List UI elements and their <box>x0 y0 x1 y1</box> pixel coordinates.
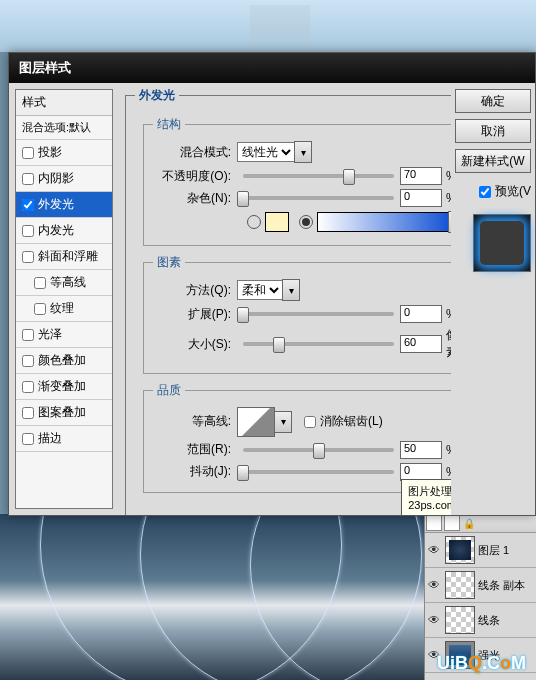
style-checkbox[interactable] <box>22 355 34 367</box>
gradient-swatch[interactable] <box>317 212 449 232</box>
opacity-label: 不透明度(O): <box>159 168 237 185</box>
layer-style-dialog: 图层样式 样式 混合选项:默认 投影内阴影外发光内发光斜面和浮雕等高线纹理光泽颜… <box>8 52 536 516</box>
tooltip: 图片处理 23ps.com 教程网 <box>401 479 451 515</box>
style-item-4[interactable]: 斜面和浮雕 <box>16 244 112 270</box>
style-label: 纹理 <box>50 300 74 317</box>
visibility-icon[interactable]: 👁 <box>426 613 442 627</box>
chevron-down-icon[interactable]: ▾ <box>294 141 312 163</box>
style-item-11[interactable]: 描边 <box>16 426 112 452</box>
style-checkbox[interactable] <box>22 433 34 445</box>
blend-mode-label: 混合模式: <box>159 144 237 161</box>
style-checkbox[interactable] <box>22 225 34 237</box>
visibility-icon[interactable]: 👁 <box>426 543 442 557</box>
style-checkbox[interactable] <box>34 277 46 289</box>
cancel-button[interactable]: 取消 <box>455 119 531 143</box>
size-label: 大小(S): <box>159 336 237 353</box>
antialias-checkbox[interactable] <box>304 416 316 428</box>
quality-legend: 品质 <box>153 382 185 399</box>
style-checkbox[interactable] <box>34 303 46 315</box>
style-label: 等高线 <box>50 274 86 291</box>
panel-title: 外发光 <box>135 87 179 104</box>
layer-row[interactable]: 👁 图层 1 <box>425 533 536 568</box>
style-checkbox[interactable] <box>22 173 34 185</box>
visibility-icon[interactable]: 👁 <box>426 578 442 592</box>
dialog-title: 图层样式 <box>9 53 535 83</box>
style-item-5[interactable]: 等高线 <box>16 270 112 296</box>
spread-value[interactable]: 0 <box>400 305 442 323</box>
range-unit: % <box>446 443 451 457</box>
layer-name: 线条 副本 <box>478 578 525 593</box>
style-label: 外发光 <box>38 196 74 213</box>
size-value[interactable]: 60 <box>400 335 442 353</box>
noise-label: 杂色(N): <box>159 190 237 207</box>
style-checkbox[interactable] <box>22 381 34 393</box>
contour-picker[interactable] <box>237 407 275 437</box>
range-slider[interactable] <box>243 448 394 452</box>
layers-panel-header: 🔒 <box>425 514 536 533</box>
jitter-slider[interactable] <box>243 470 394 474</box>
spread-label: 扩展(P): <box>159 306 237 323</box>
style-label: 内发光 <box>38 222 74 239</box>
noise-slider[interactable] <box>243 196 394 200</box>
spread-unit: % <box>446 307 451 321</box>
style-label: 内阴影 <box>38 170 74 187</box>
chevron-down-icon[interactable]: ▾ <box>282 279 300 301</box>
style-checkbox[interactable] <box>22 407 34 419</box>
style-item-7[interactable]: 光泽 <box>16 322 112 348</box>
blend-mode-select[interactable]: 线性光 <box>237 142 295 162</box>
preview-label: 预览(V <box>495 183 531 200</box>
layer-name: 图层 1 <box>478 543 509 558</box>
style-label: 描边 <box>38 430 62 447</box>
style-checkbox[interactable] <box>22 251 34 263</box>
style-label: 斜面和浮雕 <box>38 248 98 265</box>
opacity-slider[interactable] <box>243 174 394 178</box>
style-checkbox[interactable] <box>22 147 34 159</box>
gradient-radio[interactable] <box>299 215 313 229</box>
color-swatch[interactable] <box>265 212 289 232</box>
chevron-down-icon[interactable]: ▾ <box>448 211 451 233</box>
effect-preview <box>473 214 531 272</box>
jitter-value[interactable]: 0 <box>400 463 442 481</box>
technique-select[interactable]: 柔和 <box>237 280 283 300</box>
style-label: 图案叠加 <box>38 404 86 421</box>
range-value[interactable]: 50 <box>400 441 442 459</box>
styles-header[interactable]: 样式 <box>16 90 112 116</box>
ok-button[interactable]: 确定 <box>455 89 531 113</box>
size-unit: 像素 <box>446 327 451 361</box>
style-item-9[interactable]: 渐变叠加 <box>16 374 112 400</box>
style-item-0[interactable]: 投影 <box>16 140 112 166</box>
opacity-value[interactable]: 70 <box>400 167 442 185</box>
jitter-label: 抖动(J): <box>159 463 237 480</box>
lock-icon: 🔒 <box>463 518 475 529</box>
layer-row[interactable]: 👁 线条 <box>425 603 536 638</box>
opacity-unit: % <box>446 169 451 183</box>
style-item-1[interactable]: 内阴影 <box>16 166 112 192</box>
blend-options[interactable]: 混合选项:默认 <box>16 116 112 140</box>
style-item-6[interactable]: 纹理 <box>16 296 112 322</box>
chevron-down-icon[interactable]: ▾ <box>274 411 292 433</box>
new-style-button[interactable]: 新建样式(W <box>455 149 531 173</box>
preview-checkbox[interactable] <box>479 186 491 198</box>
range-label: 范围(R): <box>159 441 237 458</box>
style-item-10[interactable]: 图案叠加 <box>16 400 112 426</box>
spread-slider[interactable] <box>243 312 394 316</box>
styles-list: 样式 混合选项:默认 投影内阴影外发光内发光斜面和浮雕等高线纹理光泽颜色叠加渐变… <box>15 89 113 509</box>
layer-row[interactable]: 👁 线条 副本 <box>425 568 536 603</box>
style-checkbox[interactable] <box>22 329 34 341</box>
style-item-2[interactable]: 外发光 <box>16 192 112 218</box>
style-label: 颜色叠加 <box>38 352 86 369</box>
style-item-3[interactable]: 内发光 <box>16 218 112 244</box>
structure-legend: 结构 <box>153 116 185 133</box>
color-radio[interactable] <box>247 215 261 229</box>
style-label: 投影 <box>38 144 62 161</box>
antialias-label: 消除锯齿(L) <box>320 413 383 430</box>
style-label: 渐变叠加 <box>38 378 86 395</box>
layer-name: 线条 <box>478 613 500 628</box>
noise-value[interactable]: 0 <box>400 189 442 207</box>
jitter-unit: % <box>446 465 451 479</box>
size-slider[interactable] <box>243 342 394 346</box>
style-checkbox[interactable] <box>22 199 34 211</box>
elements-legend: 图素 <box>153 254 185 271</box>
style-item-8[interactable]: 颜色叠加 <box>16 348 112 374</box>
contour-label: 等高线: <box>159 413 237 430</box>
